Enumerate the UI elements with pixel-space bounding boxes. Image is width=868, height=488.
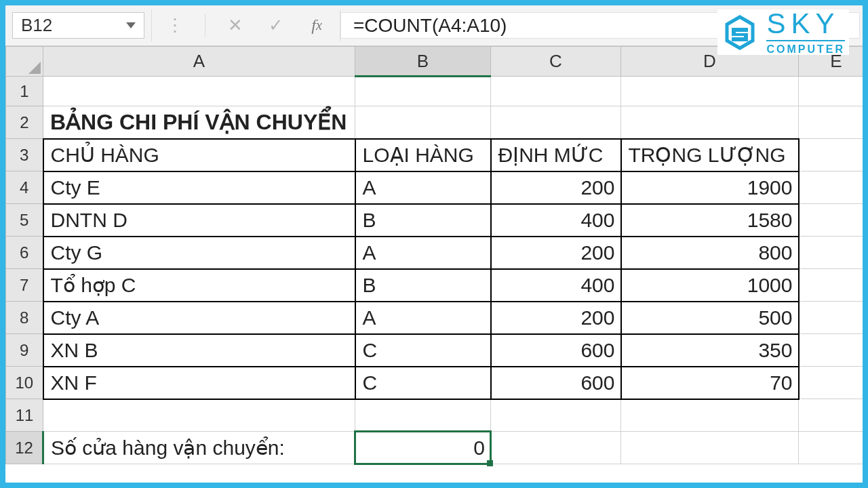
- cell[interactable]: 200: [491, 302, 621, 334]
- enter-icon[interactable]: ✓: [265, 15, 287, 36]
- cell[interactable]: [799, 106, 863, 139]
- row-header[interactable]: 11: [6, 399, 43, 432]
- cell[interactable]: 200: [491, 237, 621, 269]
- cell[interactable]: [355, 399, 491, 432]
- vertical-ellipsis-icon[interactable]: ⋮: [164, 15, 186, 36]
- cell[interactable]: Cty E: [43, 171, 355, 204]
- cell[interactable]: 600: [491, 367, 621, 399]
- cell-text: XN B: [44, 335, 355, 366]
- cell[interactable]: [799, 269, 863, 302]
- cell-text: A: [356, 302, 490, 333]
- cell[interactable]: [799, 171, 863, 204]
- fx-icon[interactable]: fx: [306, 16, 328, 35]
- excel-window: B12 ⋮ ✕ ✓ fx =COUNT(A4:A10) SKY: [5, 5, 863, 483]
- cell[interactable]: [355, 106, 491, 139]
- cell[interactable]: 400: [491, 204, 621, 237]
- cell[interactable]: [799, 204, 863, 237]
- row-header[interactable]: 1: [6, 77, 43, 106]
- cell[interactable]: [43, 77, 355, 106]
- cell[interactable]: A: [355, 302, 491, 334]
- cell[interactable]: [799, 237, 863, 269]
- row-header[interactable]: 4: [6, 171, 43, 204]
- cell[interactable]: 200: [491, 171, 621, 204]
- cell-text: B: [356, 270, 490, 301]
- spreadsheet-grid[interactable]: A B C D E 1 2 BẢNG CHI PH: [5, 46, 863, 483]
- cell-text: Cty G: [44, 237, 355, 268]
- cell[interactable]: [355, 77, 491, 106]
- cell[interactable]: [621, 77, 799, 106]
- cell-text: 200: [492, 237, 620, 268]
- cell[interactable]: [621, 432, 799, 464]
- cell-header-C[interactable]: ĐỊNH MỨC: [491, 139, 621, 171]
- cell[interactable]: 1000: [621, 269, 799, 302]
- header-text: LOẠI HÀNG: [356, 140, 490, 171]
- cell[interactable]: [799, 334, 863, 367]
- cell[interactable]: [799, 77, 863, 106]
- cell[interactable]: [491, 399, 621, 432]
- cell-footer-label[interactable]: Số cửa hàng vận chuyển:: [43, 432, 355, 464]
- cell[interactable]: [491, 432, 621, 464]
- header-text: CHỦ HÀNG: [44, 140, 355, 171]
- col-header-A[interactable]: A: [43, 47, 355, 77]
- cell[interactable]: [799, 139, 863, 171]
- row-8: 8 Cty A A 200 500: [6, 302, 863, 334]
- cell[interactable]: 500: [621, 302, 799, 334]
- cell-title[interactable]: BẢNG CHI PHÍ VẬN CHUYỂN: [43, 106, 355, 139]
- cell-header-A[interactable]: CHỦ HÀNG: [43, 139, 355, 171]
- cell[interactable]: [799, 432, 863, 464]
- cell[interactable]: C: [355, 367, 491, 399]
- row-header[interactable]: 10: [6, 367, 43, 399]
- cell[interactable]: Cty G: [43, 237, 355, 269]
- chevron-down-icon[interactable]: [126, 22, 136, 28]
- row-header[interactable]: 3: [6, 139, 43, 171]
- row-header[interactable]: 6: [6, 237, 43, 269]
- cell[interactable]: XN F: [43, 367, 355, 399]
- select-all-corner[interactable]: [6, 47, 43, 77]
- cell-header-B[interactable]: LOẠI HÀNG: [355, 139, 491, 171]
- row-header[interactable]: 7: [6, 269, 43, 302]
- row-header[interactable]: 5: [6, 204, 43, 237]
- cell[interactable]: XN B: [43, 334, 355, 367]
- cell[interactable]: A: [355, 237, 491, 269]
- cell[interactable]: [621, 399, 799, 432]
- col-header-B[interactable]: B: [355, 47, 491, 77]
- cell[interactable]: A: [355, 171, 491, 204]
- cell-text: Tổ hợp C: [44, 270, 355, 301]
- cell[interactable]: [799, 302, 863, 334]
- cell-text: 600: [492, 367, 620, 399]
- cell[interactable]: DNTN D: [43, 204, 355, 237]
- cell[interactable]: 70: [621, 367, 799, 399]
- row-2: 2 BẢNG CHI PHÍ VẬN CHUYỂN: [6, 106, 863, 139]
- col-header-C[interactable]: C: [491, 47, 621, 77]
- cell-text: Cty E: [44, 172, 355, 203]
- cell[interactable]: [491, 77, 621, 106]
- cell[interactable]: B: [355, 204, 491, 237]
- cell[interactable]: [799, 399, 863, 432]
- cell[interactable]: 1900: [621, 171, 799, 204]
- cell[interactable]: [799, 367, 863, 399]
- cell-text: 600: [492, 335, 620, 366]
- formula-text: =COUNT(A4:A10): [353, 15, 507, 37]
- cell[interactable]: Tổ hợp C: [43, 269, 355, 302]
- cell[interactable]: 800: [621, 237, 799, 269]
- row-header[interactable]: 12: [6, 432, 43, 464]
- cell-header-D[interactable]: TRỌNG LƯỢNG: [621, 139, 799, 171]
- cancel-icon[interactable]: ✕: [224, 15, 246, 36]
- cell[interactable]: 600: [491, 334, 621, 367]
- row-header[interactable]: 2: [6, 106, 43, 139]
- name-box[interactable]: B12: [12, 12, 144, 39]
- cell[interactable]: 400: [491, 269, 621, 302]
- row-header[interactable]: 9: [6, 334, 43, 367]
- active-cell[interactable]: 0: [355, 432, 491, 464]
- cell[interactable]: C: [355, 334, 491, 367]
- cell-text: 1580: [622, 205, 798, 236]
- cell[interactable]: [43, 399, 355, 432]
- row-header[interactable]: 8: [6, 302, 43, 334]
- cell[interactable]: B: [355, 269, 491, 302]
- cell[interactable]: [621, 106, 799, 139]
- cell[interactable]: 350: [621, 334, 799, 367]
- cell[interactable]: 1580: [621, 204, 799, 237]
- cell[interactable]: [491, 106, 621, 139]
- cell-text: 70: [622, 367, 798, 399]
- cell[interactable]: Cty A: [43, 302, 355, 334]
